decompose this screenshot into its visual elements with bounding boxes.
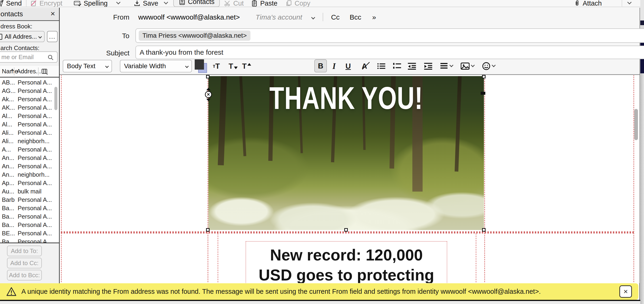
contact-row[interactable]: Al... Personal A... [0,112,59,120]
cut-button[interactable]: Cut [224,0,244,7]
body-scrollbar-thumb[interactable] [634,109,638,140]
image-icon [461,62,470,70]
chevron-down-icon [185,64,189,68]
triangle-down-icon [234,67,238,69]
save-button[interactable]: Save [134,0,158,7]
encrypt-label: Encrypt [40,0,62,7]
contact-row[interactable]: BE... Personal A... [0,229,59,237]
contact-addressbook: neighborh... [16,171,50,178]
contact-row[interactable]: An... Personal A... [0,154,59,162]
font-size-up-button[interactable]: T [242,59,251,73]
contact-addressbook: Personal A... [16,230,52,237]
contact-row[interactable]: Ali... neighborh... [0,137,59,145]
font-size-down-button[interactable]: T [228,59,238,73]
resize-handle-bottom-center[interactable] [344,228,348,232]
copy-button[interactable]: Copy [285,0,310,7]
format-toolbar: Body Text Variable Width тT T T B I [60,59,640,74]
resize-handle-bottom-right[interactable] [482,228,486,232]
alignment-button[interactable] [440,59,453,73]
contact-row[interactable]: Ba... Personal A... [0,237,59,243]
contact-row[interactable]: Ba... Personal A... [0,212,59,221]
thank-you-banner-image[interactable]: THANK YOU! [208,76,484,230]
notification-close-button[interactable]: × [619,285,632,298]
contact-row[interactable]: An... neighborh... [0,170,59,179]
edge-seg-silver [640,73,644,304]
add-to-cc-button[interactable]: Add to Cc: [7,258,42,268]
contact-row[interactable]: Ap... Personal A... [0,179,59,187]
contact-addressbook: Personal A... [16,221,52,229]
decrease-font-size-button[interactable]: тT [213,59,220,73]
contact-row[interactable]: Ali... Personal A... [0,128,59,137]
paragraph-style-select[interactable]: Body Text [63,60,112,72]
insert-image-button[interactable] [461,59,474,73]
contact-row[interactable]: Ak... Personal A... [0,95,59,103]
image-anchor-widget[interactable]: × [204,88,212,101]
indent-button[interactable] [424,59,433,73]
bold-button[interactable]: B [314,59,327,72]
insert-smiley-button[interactable] [482,59,495,73]
paste-button[interactable]: Paste [251,0,278,7]
contact-row[interactable]: Au... bulk mail [0,187,59,196]
contact-name: Au... [0,188,16,195]
warning-icon [6,286,17,297]
contact-row[interactable]: AB... Personal A... [0,78,59,87]
address-book-select[interactable]: All Addres... [0,31,44,42]
search-input[interactable]: me or Email [0,51,58,63]
spelling-dropdown-chevron[interactable] [116,0,120,4]
headline-text-block[interactable]: New record: 120,000 USD goes to protecti… [246,241,447,283]
contact-row[interactable]: A... Personal A... [0,145,59,154]
text-color-swatch[interactable] [195,59,204,70]
underline-button[interactable]: U [346,59,351,73]
spelling-button[interactable]: Spelling [74,0,108,7]
contacts-scrollbar-thumb[interactable] [54,87,58,110]
outdent-button[interactable] [407,59,416,73]
contact-row[interactable]: AK... Personal A... [0,103,59,112]
italic-button[interactable]: I [332,59,336,73]
contact-row[interactable]: Barb Personal A... [0,196,59,204]
header-divider [323,13,323,21]
bcc-toggle[interactable]: Bcc [350,13,361,21]
contact-row[interactable]: Al... Personal A... [0,120,59,128]
address-book-more-button[interactable]: ... [47,31,58,42]
sidebar-close-icon[interactable]: × [50,10,55,18]
chevron-down-icon [492,63,496,67]
font-select[interactable]: Variable Width [120,60,192,72]
remove-formatting-button[interactable]: A [362,59,644,73]
cc-toggle[interactable]: Cc [331,13,340,21]
numbered-list-button[interactable] [393,59,402,73]
align-icon [440,62,448,70]
encrypt-button[interactable]: Encrypt [30,0,62,7]
nudge-down-icon[interactable] [206,99,210,101]
attach-dropdown-chevron[interactable] [627,0,632,4]
contact-row[interactable]: AG... Personal A... [0,87,59,95]
nudge-up-icon[interactable] [206,88,210,90]
resize-handle-top-right[interactable] [482,75,486,78]
recipient-pill[interactable]: Tima Priess <wwwoolf@alaska.net> [139,31,250,41]
attach-button[interactable]: Attach [574,0,602,7]
to-field[interactable]: Tima Priess <wwwoolf@alaska.net> [136,28,644,43]
contact-addressbook: Personal A... [16,213,52,220]
contact-row[interactable]: Ba... Personal A... [0,221,59,229]
column-picker-icon[interactable] [41,68,48,75]
contact-row[interactable]: Ba... Personal A... [0,204,59,212]
remove-format-glyph: A [362,62,367,71]
add-to-bcc-button[interactable]: Add to Bcc: [7,270,42,280]
bullet-list-button[interactable] [377,59,386,73]
subject-field[interactable]: A thank-you from the forest [136,46,644,59]
from-address[interactable]: wwwoolf <wwwoolf@alaska.net> [138,13,240,21]
resize-handle-middle-right[interactable] [481,92,485,95]
contact-addressbook: Personal A... [16,163,52,170]
resize-handle-bottom-left[interactable] [206,228,210,232]
resize-handle-top-left[interactable] [206,75,210,78]
from-dropdown-chevron[interactable] [311,16,315,20]
contact-name: An... [0,163,16,170]
send-button[interactable]: Send [0,0,22,7]
column-address[interactable]: Addres... [14,68,38,75]
contact-row[interactable]: An... Personal A... [0,162,59,170]
save-dropdown-chevron[interactable] [164,0,168,4]
message-body-editor[interactable]: THANK YOU! × New record: 120,000 USD goe… [60,75,640,283]
more-addressing-toggle[interactable]: » [372,13,376,21]
contacts-toggle-button[interactable]: Contacts [173,0,220,7]
anchor-icon[interactable]: × [205,91,212,98]
add-to-to-button[interactable]: Add to To: [7,246,42,256]
